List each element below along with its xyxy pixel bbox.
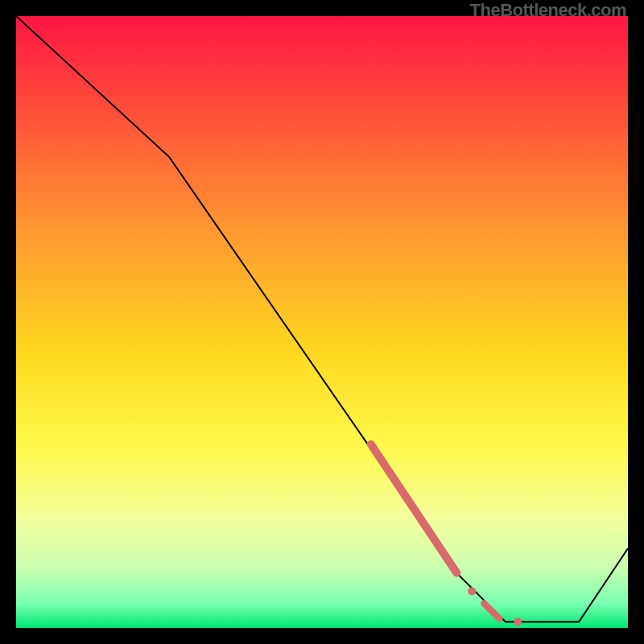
chart-svg	[16, 16, 628, 628]
gradient-background	[16, 16, 628, 628]
chart-container: TheBottleneck.com	[0, 0, 644, 644]
marker-dot-end	[514, 617, 522, 625]
marker-dot-mid	[468, 587, 476, 595]
